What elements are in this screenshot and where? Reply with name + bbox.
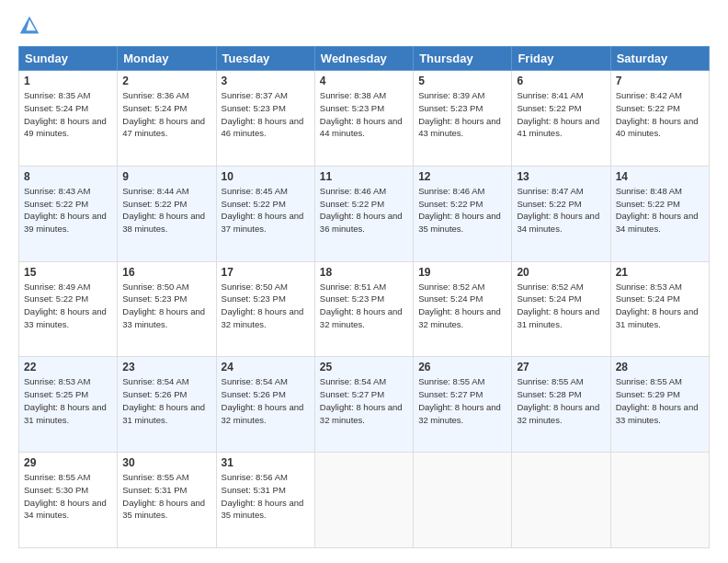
day-info: Sunrise: 8:55 AMSunset: 5:28 PMDaylight:… (517, 376, 599, 424)
column-header-wednesday: Wednesday (314, 47, 413, 71)
day-number: 24 (222, 361, 310, 373)
day-info: Sunrise: 8:55 AMSunset: 5:31 PMDaylight:… (122, 472, 205, 520)
day-info: Sunrise: 8:46 AMSunset: 5:22 PMDaylight:… (418, 186, 501, 234)
day-number: 7 (616, 75, 704, 87)
day-info: Sunrise: 8:46 AMSunset: 5:22 PMDaylight:… (320, 186, 403, 234)
day-cell-9: 9Sunrise: 8:44 AMSunset: 5:22 PMDaylight… (118, 166, 216, 261)
day-info: Sunrise: 8:47 AMSunset: 5:22 PMDaylight:… (517, 186, 599, 234)
day-info: Sunrise: 8:41 AMSunset: 5:22 PMDaylight:… (517, 90, 599, 138)
day-number: 5 (418, 75, 506, 87)
day-number: 27 (517, 361, 605, 373)
day-cell-20: 20Sunrise: 8:52 AMSunset: 5:24 PMDayligh… (512, 261, 610, 357)
day-number: 8 (24, 170, 112, 183)
day-number: 25 (320, 361, 408, 373)
day-info: Sunrise: 8:55 AMSunset: 5:29 PMDaylight:… (616, 376, 699, 424)
header (18, 15, 710, 37)
day-cell-4: 4Sunrise: 8:38 AMSunset: 5:23 PMDaylight… (314, 71, 413, 167)
day-number: 26 (418, 361, 506, 373)
day-info: Sunrise: 8:50 AMSunset: 5:23 PMDaylight:… (222, 282, 304, 329)
day-cell-30: 30Sunrise: 8:55 AMSunset: 5:31 PMDayligh… (118, 453, 216, 548)
day-number: 21 (616, 266, 704, 279)
day-cell-24: 24Sunrise: 8:54 AMSunset: 5:26 PMDayligh… (216, 357, 314, 453)
day-number: 19 (418, 266, 506, 279)
day-cell-29: 29Sunrise: 8:55 AMSunset: 5:30 PMDayligh… (19, 453, 118, 548)
day-number: 28 (616, 361, 704, 373)
day-info: Sunrise: 8:45 AMSunset: 5:22 PMDaylight:… (222, 186, 304, 234)
day-info: Sunrise: 8:50 AMSunset: 5:23 PMDaylight:… (122, 282, 205, 329)
day-number: 14 (616, 170, 704, 183)
day-info: Sunrise: 8:55 AMSunset: 5:30 PMDaylight:… (24, 472, 107, 520)
day-info: Sunrise: 8:49 AMSunset: 5:22 PMDaylight:… (24, 282, 107, 329)
day-number: 15 (24, 266, 112, 279)
week-row-5: 29Sunrise: 8:55 AMSunset: 5:30 PMDayligh… (19, 453, 710, 548)
day-number: 1 (24, 75, 112, 87)
day-number: 16 (122, 266, 210, 279)
day-info: Sunrise: 8:37 AMSunset: 5:23 PMDaylight:… (222, 90, 304, 138)
empty-cell (314, 453, 413, 548)
day-info: Sunrise: 8:52 AMSunset: 5:24 PMDaylight:… (517, 282, 599, 329)
day-info: Sunrise: 8:55 AMSunset: 5:27 PMDaylight:… (418, 376, 501, 424)
day-cell-2: 2Sunrise: 8:36 AMSunset: 5:24 PMDaylight… (118, 71, 216, 167)
day-info: Sunrise: 8:43 AMSunset: 5:22 PMDaylight:… (24, 186, 107, 234)
column-header-monday: Monday (118, 47, 216, 71)
day-cell-6: 6Sunrise: 8:41 AMSunset: 5:22 PMDaylight… (512, 71, 610, 167)
day-number: 17 (222, 266, 310, 279)
day-number: 10 (222, 170, 310, 183)
day-cell-18: 18Sunrise: 8:51 AMSunset: 5:23 PMDayligh… (314, 261, 413, 357)
day-info: Sunrise: 8:53 AMSunset: 5:24 PMDaylight:… (616, 282, 699, 329)
day-cell-11: 11Sunrise: 8:46 AMSunset: 5:22 PMDayligh… (314, 166, 413, 261)
day-number: 12 (418, 170, 506, 183)
day-info: Sunrise: 8:51 AMSunset: 5:23 PMDaylight:… (320, 282, 403, 329)
day-cell-27: 27Sunrise: 8:55 AMSunset: 5:28 PMDayligh… (512, 357, 610, 453)
day-info: Sunrise: 8:42 AMSunset: 5:22 PMDaylight:… (616, 90, 699, 138)
day-number: 22 (24, 361, 112, 373)
day-info: Sunrise: 8:38 AMSunset: 5:23 PMDaylight:… (320, 90, 403, 138)
day-info: Sunrise: 8:36 AMSunset: 5:24 PMDaylight:… (122, 90, 205, 138)
day-number: 4 (320, 75, 408, 87)
day-cell-17: 17Sunrise: 8:50 AMSunset: 5:23 PMDayligh… (216, 261, 314, 357)
day-number: 31 (222, 456, 310, 469)
day-cell-8: 8Sunrise: 8:43 AMSunset: 5:22 PMDaylight… (19, 166, 118, 261)
day-cell-7: 7Sunrise: 8:42 AMSunset: 5:22 PMDaylight… (610, 71, 709, 167)
day-number: 9 (122, 170, 210, 183)
day-number: 29 (24, 456, 112, 469)
day-info: Sunrise: 8:54 AMSunset: 5:27 PMDaylight:… (320, 376, 403, 424)
day-cell-16: 16Sunrise: 8:50 AMSunset: 5:23 PMDayligh… (118, 261, 216, 357)
column-header-tuesday: Tuesday (216, 47, 314, 71)
day-info: Sunrise: 8:48 AMSunset: 5:22 PMDaylight:… (616, 186, 699, 234)
day-info: Sunrise: 8:39 AMSunset: 5:23 PMDaylight:… (418, 90, 501, 138)
day-cell-25: 25Sunrise: 8:54 AMSunset: 5:27 PMDayligh… (314, 357, 413, 453)
day-cell-5: 5Sunrise: 8:39 AMSunset: 5:23 PMDaylight… (414, 71, 512, 167)
header-row: SundayMondayTuesdayWednesdayThursdayFrid… (19, 47, 710, 71)
column-header-thursday: Thursday (414, 47, 512, 71)
column-header-friday: Friday (512, 47, 610, 71)
week-row-2: 8Sunrise: 8:43 AMSunset: 5:22 PMDaylight… (19, 166, 710, 261)
day-info: Sunrise: 8:52 AMSunset: 5:24 PMDaylight:… (418, 282, 501, 329)
day-cell-13: 13Sunrise: 8:47 AMSunset: 5:22 PMDayligh… (512, 166, 610, 261)
day-number: 30 (122, 456, 210, 469)
day-cell-19: 19Sunrise: 8:52 AMSunset: 5:24 PMDayligh… (414, 261, 512, 357)
logo-icon (18, 15, 40, 37)
day-cell-22: 22Sunrise: 8:53 AMSunset: 5:25 PMDayligh… (19, 357, 118, 453)
day-number: 3 (222, 75, 310, 87)
empty-cell (610, 453, 709, 548)
day-info: Sunrise: 8:54 AMSunset: 5:26 PMDaylight:… (222, 376, 304, 424)
empty-cell (512, 453, 610, 548)
page: SundayMondayTuesdayWednesdayThursdayFrid… (0, 0, 728, 563)
day-number: 2 (122, 75, 210, 87)
week-row-3: 15Sunrise: 8:49 AMSunset: 5:22 PMDayligh… (19, 261, 710, 357)
day-number: 6 (517, 75, 605, 87)
day-cell-31: 31Sunrise: 8:56 AMSunset: 5:31 PMDayligh… (216, 453, 314, 548)
week-row-4: 22Sunrise: 8:53 AMSunset: 5:25 PMDayligh… (19, 357, 710, 453)
day-number: 13 (517, 170, 605, 183)
day-info: Sunrise: 8:53 AMSunset: 5:25 PMDaylight:… (24, 376, 107, 424)
calendar-table: SundayMondayTuesdayWednesdayThursdayFrid… (18, 46, 710, 548)
day-cell-12: 12Sunrise: 8:46 AMSunset: 5:22 PMDayligh… (414, 166, 512, 261)
logo (18, 15, 44, 37)
day-cell-1: 1Sunrise: 8:35 AMSunset: 5:24 PMDaylight… (19, 71, 118, 167)
empty-cell (414, 453, 512, 548)
week-row-1: 1Sunrise: 8:35 AMSunset: 5:24 PMDaylight… (19, 71, 710, 167)
day-cell-14: 14Sunrise: 8:48 AMSunset: 5:22 PMDayligh… (610, 166, 709, 261)
column-header-saturday: Saturday (610, 47, 709, 71)
day-cell-3: 3Sunrise: 8:37 AMSunset: 5:23 PMDaylight… (216, 71, 314, 167)
